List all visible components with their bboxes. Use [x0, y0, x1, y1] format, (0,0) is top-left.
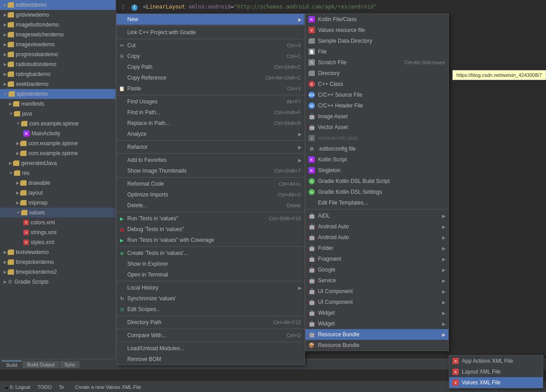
sidebar-item-styles[interactable]: X styles.xml — [0, 237, 116, 247]
tab-sync[interactable]: Sync — [60, 361, 80, 368]
menu-item-new[interactable]: New ▶ — [116, 14, 304, 25]
sidebar-item-radiobuttondemo[interactable]: ▶ radiobuttondemo — [0, 59, 116, 69]
sidebar-item-timepickerdemo2[interactable]: ▶ timepickerdemo2 — [0, 267, 116, 277]
tab-te[interactable]: Te — [59, 384, 64, 390]
menu-item-file[interactable]: 📄 File — [305, 46, 448, 57]
menu-item-activity[interactable]: 🤖 Android Auto ▶ — [305, 221, 448, 232]
tab-build-output[interactable]: Build Output — [22, 361, 59, 368]
sidebar-item-edittextdemo[interactable]: ▶ edittextdemo — [0, 0, 116, 10]
menu-item-ui-component[interactable]: 🤖 UI Component ▶ — [305, 297, 448, 307]
menu-item-refactor[interactable]: Refactor ▶ — [116, 142, 304, 152]
menu-item-compare-with[interactable]: Compare With... Ctrl+D — [116, 330, 304, 341]
menu-item-wear[interactable]: 🤖 Widget ▶ — [305, 307, 448, 318]
menu-item-analyze[interactable]: Analyze ▶ — [116, 129, 304, 139]
menu-item-cpp-class[interactable]: S C++ Class — [305, 79, 448, 89]
menu-item-edit-file-templates[interactable]: Edit File Templates... — [305, 197, 448, 208]
menu-item-gradle-settings[interactable]: G Gradle Kotlin DSL Settings — [305, 187, 448, 197]
sidebar-item-colors[interactable]: X colors.xml — [0, 218, 116, 227]
menu-item-folder[interactable]: 🤖 Folder ▶ — [305, 243, 448, 254]
tab-build[interactable]: Build — [2, 361, 22, 369]
sidebar-item-drawable[interactable]: ▶ drawable — [0, 178, 116, 188]
menu-item-xml[interactable]: 🤖 Resource Bundle ▶ — [305, 329, 448, 340]
menu-item-find-usages[interactable]: Find Usages Alt+F7 — [116, 96, 304, 107]
sidebar-item-gridviewdemo[interactable]: ▶ gridviewdemo — [0, 10, 116, 20]
menu-item-open-terminal[interactable]: Open in Terminal — [116, 269, 304, 280]
menu-item-show-thumbnails[interactable]: Show Image Thumbnails Ctrl+Shift+T — [116, 165, 304, 176]
menu-item-gradle-build[interactable]: G Gradle Kotlin DSL Build Script — [305, 176, 448, 187]
menu-item-service[interactable]: 🤖 UI Component ▶ — [305, 286, 448, 297]
tab-logcat[interactable]: 📱 6: Logcat — [4, 384, 30, 390]
menu-item-optimize-imports[interactable]: Optimize Imports Ctrl+Alt+O — [116, 189, 304, 200]
menu-item-resource-bundle[interactable]: 📦 Resource Bundle — [305, 340, 448, 351]
sidebar-item-gradle-scripts[interactable]: ▶ ⚙ Gradle Scripts — [0, 277, 116, 287]
arrow-icon: ▶ — [4, 42, 7, 47]
menu-item-link-cpp[interactable]: Link C++ Project with Gradle — [116, 27, 304, 38]
sidebar-item-timepickerdemo[interactable]: ▶ timepickerdemo — [0, 257, 116, 267]
menu-item-google[interactable]: 🤖 Google ▶ — [305, 264, 448, 275]
menu-item-find-in-path[interactable]: Find in Path... Ctrl+Shift+F — [116, 107, 304, 118]
menu-item-paste[interactable]: 📋 Paste Ctrl+V — [116, 83, 304, 94]
sidebar-item-imageswitcherdemo[interactable]: ▶ imageswitcherdemo — [0, 30, 116, 40]
sidebar-item-strings[interactable]: X strings.xml — [0, 227, 116, 237]
menu-item-layout-xml[interactable]: X Layout XML File — [449, 366, 543, 377]
menu-item-run-tests[interactable]: ▶ Run 'Tests in 'values'' Ctrl+Shift+F10 — [116, 213, 304, 224]
menu-item-fragment[interactable]: 🤖 Fragment ▶ — [305, 254, 448, 264]
menu-item-copy-path[interactable]: Copy Path Ctrl+Shift+C — [116, 62, 304, 72]
sidebar-item-mainactivity[interactable]: K MainActivity — [0, 129, 116, 138]
sidebar-item-manifests[interactable]: ▶ manifests — [0, 99, 116, 109]
sidebar-item-res[interactable]: ▼ res — [0, 168, 116, 178]
sidebar-item-imageviewdemo[interactable]: ▶ imageviewdemo — [0, 40, 116, 49]
sidebar-item-com1[interactable]: ▼ com.example.spinne — [0, 119, 116, 129]
menu-item-values-xml[interactable]: X Values XML File — [449, 377, 543, 388]
sidebar-item-java[interactable]: ▼ java — [0, 109, 116, 119]
sidebar-item-spinnerdemo[interactable]: ▼ spinnerdemo — [0, 89, 116, 99]
menu-item-copy-reference[interactable]: Copy Reference Ctrl+Alt+Shift+C — [116, 72, 304, 83]
sidebar-item-progressbardemo[interactable]: ▶ progressbardemo — [0, 49, 116, 59]
menu-item-scratch-file[interactable]: ✎ Scratch File Ctrl+Alt+Shift+Insert — [305, 57, 448, 68]
menu-item-local-history[interactable]: Local History ▶ — [116, 282, 304, 293]
tab-todo[interactable]: TODO — [37, 384, 52, 390]
menu-item-directory[interactable]: Directory — [305, 68, 448, 79]
menu-item-cpp-source[interactable]: C++ C/C++ Source File — [305, 89, 448, 100]
menu-item-other[interactable]: 🤖 Service ▶ — [305, 275, 448, 286]
menu-item-kotlin-script[interactable]: K Kotlin Script — [305, 154, 448, 165]
menu-item-kotlin-file[interactable]: K Kotlin File/Class — [305, 14, 448, 25]
sidebar-item-generatedjava[interactable]: ▶ generatedJava — [0, 158, 116, 168]
menu-item-delete[interactable]: Delete... Delete — [116, 200, 304, 211]
menu-item-remove-bom[interactable]: Remove BOM — [116, 354, 304, 365]
sidebar-item-textviewdemo[interactable]: ▶ textviewdemo — [0, 247, 116, 257]
sidebar-item-ratingbardemo[interactable]: ▶ ratingbardemo — [0, 69, 116, 79]
menu-item-copy[interactable]: ⎘ Copy Ctrl+C — [116, 51, 304, 62]
sidebar-item-com2[interactable]: ▶ com.example.spinne — [0, 138, 116, 148]
menu-item-cut[interactable]: ✂ Cut Ctrl+X — [116, 40, 304, 51]
menu-item-widget[interactable]: 🤖 Widget ▶ — [305, 318, 448, 329]
menu-item-aidl[interactable]: 🤖 AIDL ▶ — [305, 210, 448, 221]
menu-item-android-auto[interactable]: 🤖 Android Auto ▶ — [305, 232, 448, 243]
menu-item-run-tests-coverage[interactable]: ▶ Run 'Tests in 'values'' with Coverage — [116, 235, 304, 245]
menu-item-sample-data[interactable]: Sample Data Directory — [305, 36, 448, 46]
menu-item-singleton[interactable]: K Singleton — [305, 165, 448, 176]
menu-item-show-explorer[interactable]: Show in Explorer — [116, 258, 304, 269]
sidebar-item-values[interactable]: ▼ values — [0, 208, 116, 218]
menu-item-create-tests[interactable]: ⊕ Create 'Tests in 'values'... — [116, 248, 304, 258]
menu-item-load-modules[interactable]: Load/Unload Modules... — [116, 343, 304, 354]
menu-item-vector-asset[interactable]: 🤖 Vector Asset — [305, 122, 448, 133]
menu-item-synchronize[interactable]: ↻ Synchronize 'values' — [116, 293, 304, 304]
menu-item-debug-tests[interactable]: 🐞 Debug 'Tests in 'values'' — [116, 224, 304, 235]
arrow-icon: ▶ — [4, 260, 7, 264]
menu-item-editorconfig[interactable]: ⚙ .editorconfig file — [305, 143, 448, 154]
sidebar-item-layout[interactable]: ▶ layout — [0, 188, 116, 198]
menu-item-reformat[interactable]: Reformat Code Ctrl+Alt+L — [116, 178, 304, 189]
menu-item-cpp-header[interactable]: H C/C++ Header File — [305, 100, 448, 111]
sidebar-item-mipmap[interactable]: ▶ mipmap — [0, 198, 116, 208]
menu-item-edit-scopes[interactable]: ⊙ Edit Scopes... — [116, 304, 304, 315]
menu-item-replace-in-path[interactable]: Replace in Path... Ctrl+Shift+R — [116, 118, 304, 129]
menu-item-app-actions-xml[interactable]: X App Actions XML File — [449, 356, 543, 366]
sidebar-item-seekbardemo[interactable]: ▶ seekbardemo — [0, 79, 116, 89]
sidebar-item-imagebuttondemo[interactable]: ▶ imagebuttondemo — [0, 20, 116, 30]
menu-item-add-favorites[interactable]: Add to Favorites ▶ — [116, 155, 304, 165]
menu-item-image-asset[interactable]: 🤖 Image Asset — [305, 111, 448, 122]
menu-item-values-resource[interactable]: V Values resource file — [305, 25, 448, 36]
sidebar-item-com3[interactable]: ▶ com.example.spinne — [0, 148, 116, 158]
menu-item-directory-path[interactable]: Directory Path Ctrl+Alt+F12 — [116, 317, 304, 328]
